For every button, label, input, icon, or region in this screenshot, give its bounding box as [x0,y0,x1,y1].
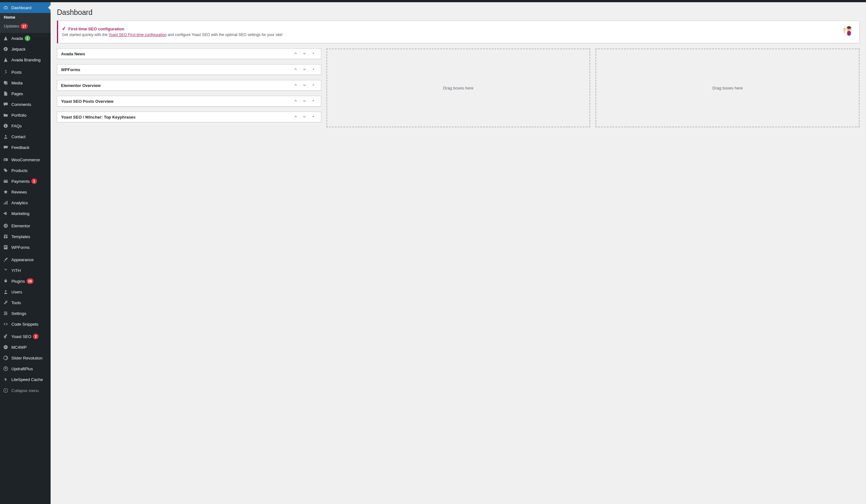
feedback-icon [2,144,9,145]
widget-move-up-button[interactable] [292,113,299,121]
seo-banner-title-text: First-time SEO configuration [68,26,124,31]
widget-title: Yoast SEO / Wincher: Top Keyphrases [61,115,292,120]
media-icon [2,80,9,86]
svg-rect-34 [844,30,845,33]
sidebar-item-avada-branding[interactable]: Avada Branding [0,54,51,65]
sidebar-subitem-home[interactable]: Home [0,13,51,22]
sidebar-item-dashboard[interactable]: Dashboard [0,2,51,13]
triangle-down-icon [311,114,315,120]
page-icon [2,90,9,97]
widget-move-up-button[interactable] [292,81,299,89]
sidebar-item-label: Posts [11,70,22,75]
widget-header: Elementor Overview [57,80,321,90]
widget-header: Avada News [57,49,321,59]
widget-move-up-button[interactable] [292,97,299,105]
widget-header: Yoast SEO / Wincher: Top Keyphrases [57,112,321,122]
triangle-down-icon [311,99,315,104]
sidebar-item-feedback[interactable]: Feedback [0,142,51,145]
chevron-down-icon [302,67,307,72]
avada-icon [2,35,9,42]
dashboard-widgets-container: Avada NewsWPFormsElementor OverviewYoast… [57,48,860,133]
sidebar-subitem-label: Updates [4,24,19,29]
seo-banner-desc-after: and configure Yoast SEO with the optimal… [167,33,283,37]
widget-move-down-button[interactable] [301,50,308,57]
page-title: Dashboard [57,5,860,18]
sidebar-item-contact[interactable]: Contact [0,131,51,142]
chevron-down-icon [302,99,307,104]
chevron-down-icon [302,51,307,57]
triangle-down-icon [311,83,315,88]
seo-banner-desc-before: Get started quickly with the [62,33,109,37]
sidebar-subitem-updates[interactable]: Updates17 [0,22,51,31]
portfolio-icon [2,112,9,118]
seo-config-link[interactable]: Yoast SEO First-time configuration [109,33,167,37]
update-badge: 17 [21,23,27,29]
widget-title: Elementor Overview [61,83,292,88]
widget-title: Avada News [61,52,292,56]
seo-banner-title: First-time SEO configuration [62,26,835,31]
sidebar-item-pages[interactable]: Pages [0,88,51,99]
sidebar-item-label: Pages [11,91,23,96]
seo-mascot-image [840,24,856,40]
dashboard-widget: Avada News [57,48,321,59]
widget-toggle-button[interactable] [310,113,317,121]
sidebar-item-media[interactable]: Media [0,77,51,88]
widget-header: Yoast SEO Posts Overview [57,96,321,106]
chevron-up-icon [293,67,298,72]
seo-banner-description: Get started quickly with the Yoast SEO F… [62,32,835,38]
widget-move-up-button[interactable] [292,50,299,57]
widget-move-down-button[interactable] [301,66,308,74]
jetpack-icon [2,46,9,52]
avada-icon [2,57,9,63]
dashboard-widget: WPForms [57,64,321,75]
svg-rect-2 [5,125,6,127]
widget-column-2: Drag boxes here [326,48,591,133]
dashboard-widget: Yoast SEO Posts Overview [57,96,321,107]
sidebar-item-avada[interactable]: Avada1 [0,33,51,44]
svg-point-35 [848,28,848,29]
sidebar-item-label: Feedback [11,145,30,145]
sidebar-item-label: Jetpack [11,47,26,52]
sidebar-item-jetpack[interactable]: Jetpack [0,44,51,54]
widget-handle-actions [292,50,317,57]
widget-toggle-button[interactable] [310,50,317,57]
sidebar-item-comments[interactable]: Comments [0,99,51,110]
sidebar-item-label: Avada Branding [11,57,41,62]
sidebar-item-posts[interactable]: Posts [0,67,51,77]
widget-toggle-button[interactable] [310,66,317,74]
sidebar-item-label: FAQs [11,124,22,128]
svg-rect-32 [847,31,851,36]
update-badge: 1 [25,35,30,41]
widget-move-down-button[interactable] [301,81,308,89]
comment-icon [2,101,9,108]
sidebar-item-label: Media [11,81,22,85]
chevron-up-icon [293,114,298,120]
sidebar-item-label: Portfolio [11,113,26,117]
sidebar-item-faqs[interactable]: FAQs [0,121,51,131]
widget-move-down-button[interactable] [301,97,308,105]
yoast-icon [62,26,66,31]
sidebar-subitem-label: Home [4,15,15,20]
widget-handle-actions [292,66,317,74]
widget-dropzone[interactable]: Drag boxes here [595,48,860,127]
person-icon [2,133,9,140]
chevron-down-icon [302,83,307,88]
sidebar-item-portfolio[interactable]: Portfolio [0,110,51,121]
widget-toggle-button[interactable] [310,81,317,89]
widget-move-up-button[interactable] [292,66,299,74]
svg-point-4 [5,135,7,137]
pin-icon [2,69,9,75]
dashboard-icon [2,4,9,11]
widget-handle-actions [292,97,317,105]
chevron-up-icon [293,51,298,57]
widget-handle-actions [292,113,317,121]
chevron-down-icon [302,114,307,120]
svg-point-3 [5,125,6,125]
dashboard-widget: Yoast SEO / Wincher: Top Keyphrases [57,112,321,122]
sidebar-submenu-dashboard: HomeUpdates17 [0,13,51,33]
sidebar-item-label: Contact [11,134,26,139]
widget-toggle-button[interactable] [310,97,317,105]
widget-move-down-button[interactable] [301,113,308,121]
sidebar-item-label: Comments [11,102,31,107]
widget-dropzone[interactable]: Drag boxes here [326,48,591,127]
